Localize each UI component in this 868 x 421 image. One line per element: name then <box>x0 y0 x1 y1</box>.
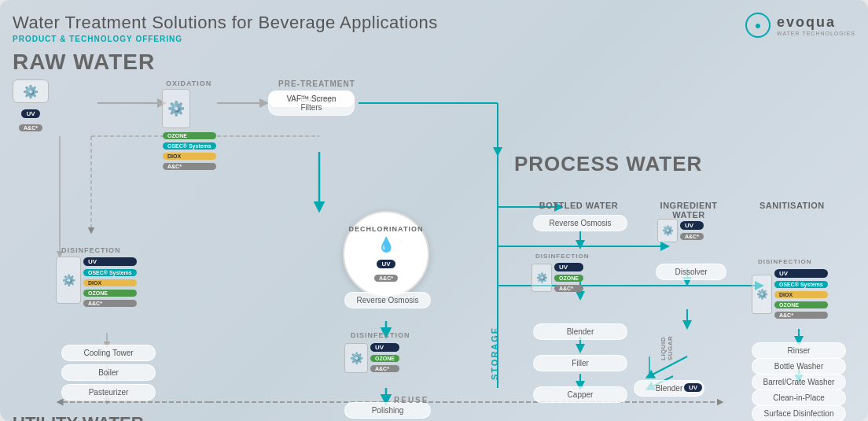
process-water-label: PROCESS WATER <box>514 152 702 176</box>
logo-text: evoqua <box>777 14 855 31</box>
badge-ozone-left: OZONE <box>83 290 137 297</box>
disinfection-mid-label: DISINFECTION <box>351 331 410 339</box>
logo-text-area: evoqua WATER TECHNOLOGIES <box>777 14 855 36</box>
sanitisation-label: SANITISATION <box>760 201 825 210</box>
badge-ac-ingr: A&C* <box>680 233 704 240</box>
main-container: Water Treatment Solutions for Beverage A… <box>0 0 868 421</box>
badge-uv-raw: UV <box>21 109 39 118</box>
sanit-disinfection-label: DISINFECTION <box>758 258 811 265</box>
badge-uv-mid: UV <box>370 343 399 352</box>
badge-diox-left: DIOX <box>83 279 137 286</box>
badge-ac-mid: A&C* <box>370 365 399 372</box>
blender-bott: Blender <box>533 323 627 340</box>
surface-disinfection-box: Surface Disinfection <box>752 405 846 421</box>
badge-uv-bott: UV <box>554 263 583 271</box>
dissolver-box: Dissolver <box>656 264 726 280</box>
rinser-box: Rinser <box>752 342 846 359</box>
disinfection-mid-badges: ⚙️ UV OZONE A&C* <box>344 342 400 373</box>
bottle-washer-box: Bottle Washer <box>752 358 846 375</box>
disinfection-left-badges: ⚙️ UV OSEC® Systems DIOX OZONE A&C* <box>56 257 138 308</box>
badge-uv-dech: UV <box>377 260 395 268</box>
storage-label: STORAGE <box>490 207 499 380</box>
raw-water-label: RAW WATER <box>13 50 155 75</box>
polishing-box: Polishing <box>344 402 431 419</box>
bottled-water-label: BOTTLED WATER <box>535 201 622 210</box>
badge-ozone-mid: OZONE <box>370 355 399 362</box>
dechlorination-label: DECHLORINATION <box>349 225 424 233</box>
disinfection-left-label: DISINFECTION <box>61 246 121 254</box>
oxidation-badges: ⚙️ OZONE OSEC® Systems DIOX A&C* <box>162 89 217 171</box>
badge-osec-ox: OSEC® Systems <box>163 142 216 150</box>
clean-in-place-box: Clean-in-Place <box>752 390 846 406</box>
vaf-box: VAF™ Screen Filters <box>268 90 355 116</box>
badge-ozone-ox: OZONE <box>163 132 216 139</box>
uv-badge-ingr2: UV <box>683 379 703 393</box>
boiler-box: Boiler <box>61 364 156 381</box>
badge-osec-left: OSEC® Systems <box>83 269 137 276</box>
badge-diox-ox: DIOX <box>163 153 216 160</box>
badge-ozone-san: OZONE <box>774 301 828 308</box>
dechlorination-circle: DECHLORINATION 💧 UV A&C* <box>343 211 429 297</box>
badge-ozone-bott: OZONE <box>554 275 583 282</box>
barrel-crate-box: Barrel/Crate Washer <box>752 374 846 390</box>
logo-area: ● evoqua WATER TECHNOLOGIES <box>745 13 855 38</box>
badge-ac-dech: A&C* <box>374 275 398 282</box>
utility-water-label: UTILITY WATER <box>13 413 144 421</box>
badge-ac-left: A&C* <box>83 300 137 307</box>
sanit-disinfection-badges: ⚙️ UV OSEC® Systems DIOX OZONE A&C* <box>752 268 829 319</box>
badge-uv-ingr: UV <box>680 221 704 230</box>
bottled-disinfection-label: DISINFECTION <box>535 253 589 260</box>
product-subtitle: PRODUCT & TECHNOLOGY OFFERING <box>13 35 438 43</box>
header-left: Water Treatment Solutions for Beverage A… <box>13 13 438 43</box>
badge-ac-ox: A&C* <box>163 163 216 170</box>
ingredient-badges: ⚙️ UV A&C* <box>657 219 704 242</box>
pasteurizer-box: Pasteurizer <box>61 384 156 401</box>
badge-osec-san: OSEC® Systems <box>774 281 828 288</box>
badge-ac-bott: A&C* <box>554 285 583 292</box>
page-title: Water Treatment Solutions for Beverage A… <box>13 13 438 33</box>
bottled-disinfection-badges: ⚙️ UV OZONE A&C* <box>531 262 584 293</box>
oxidation-label: OXIDATION <box>166 79 211 87</box>
raw-water-device: ⚙️ UV A&C* <box>13 79 49 133</box>
logo-icon: ● <box>745 13 771 38</box>
filler-bott: Filler <box>533 355 627 371</box>
reuse-label: REUSE <box>394 396 428 404</box>
liquid-sugar-label: LIQUID SUGAR <box>660 317 674 360</box>
badge-diox-san: DIOX <box>774 291 828 298</box>
capper-bott: Capper <box>533 386 627 403</box>
bottled-ro-box: Reverse Osmosis <box>533 215 627 231</box>
badge-ac-san: A&C* <box>774 312 828 319</box>
diagram-area: RAW WATER ⚙️ UV A&C* OXIDATION ⚙️ OZONE … <box>13 50 855 408</box>
reverse-osmosis-mid: Reverse Osmosis <box>344 292 431 308</box>
header: Water Treatment Solutions for Beverage A… <box>13 13 855 43</box>
badge-uv-left: UV <box>83 257 137 266</box>
badge-ac-raw: A&C* <box>19 124 42 131</box>
cooling-tower-box: Cooling Tower <box>61 345 156 361</box>
pre-treatment-label: PRE-TREATMENT <box>278 79 355 88</box>
badge-uv-san: UV <box>774 269 828 278</box>
ingredient-water-label: INGREDIENT WATER <box>657 201 720 220</box>
logo-sub: WATER TECHNOLOGIES <box>777 31 855 36</box>
